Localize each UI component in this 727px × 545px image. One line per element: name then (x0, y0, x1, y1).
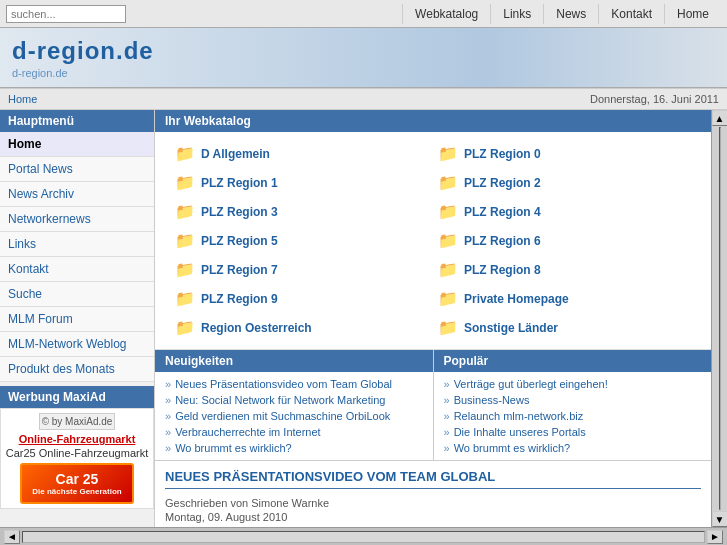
sidebar-item-news-archiv[interactable]: News Archiv (0, 182, 154, 207)
folder-label: Region Oesterreich (201, 321, 312, 335)
folder-label: D Allgemein (201, 147, 270, 161)
popular-item-2[interactable]: Business-News (434, 392, 712, 408)
scroll-down-button[interactable]: ▼ (712, 511, 728, 527)
neuigkeiten-title: Neuigkeiten (155, 350, 433, 372)
folder-icon: 📁 (175, 231, 195, 250)
nav-kontakt[interactable]: Kontakt (598, 4, 664, 24)
webkatalog-grid: 📁 D Allgemein 📁 PLZ Region 0 📁 PLZ Regio… (155, 132, 711, 350)
folder-plz4[interactable]: 📁 PLZ Region 4 (438, 200, 691, 223)
folder-label: PLZ Region 0 (464, 147, 541, 161)
folder-icon: 📁 (438, 202, 458, 221)
folder-label: Sonstige Länder (464, 321, 558, 335)
sidebar-item-networkernews[interactable]: Networkernews (0, 207, 154, 232)
folder-icon: 📁 (438, 318, 458, 337)
search-input[interactable] (6, 5, 126, 23)
horizontal-scrollbar[interactable] (22, 531, 705, 543)
breadcrumb-home[interactable]: Home (8, 93, 37, 105)
news-item-2[interactable]: Neu: Social Network für Network Marketin… (155, 392, 433, 408)
top-nav-bar: Webkatalog Links News Kontakt Home (0, 0, 727, 28)
logo-area: d-region.de d-region.de (0, 28, 727, 88)
right-scrollbar: ▲ ▼ (711, 110, 727, 527)
ad-link[interactable]: Online-Fahrzeugmarkt (5, 433, 149, 445)
main-content: Ihr Webkatalog 📁 D Allgemein 📁 PLZ Regio… (155, 110, 711, 527)
sidebar-title: Hauptmenü (0, 110, 154, 132)
logo-sub: d-region.de (12, 67, 715, 79)
sidebar-ad: © by MaxiAd.de Online-Fahrzeugmarkt Car2… (0, 408, 154, 509)
article-section: NEUES PRÄSENTATIONSVIDEO VOM TEAM GLOBAL… (155, 461, 711, 527)
nav-links[interactable]: Links (490, 4, 543, 24)
news-item-3[interactable]: Geld verdienen mit Suchmaschine OrbiLook (155, 408, 433, 424)
sidebar-item-kontakt[interactable]: Kontakt (0, 257, 154, 282)
neuigkeiten-items: Neues Präsentationsvideo vom Team Global… (155, 372, 433, 460)
sidebar-item-home[interactable]: Home (0, 132, 154, 157)
sidebar-item-portal-news[interactable]: Portal News (0, 157, 154, 182)
ad-car-logo[interactable]: Car 25 Die nächste Generation (20, 463, 133, 504)
ad-copyright[interactable]: © by MaxiAd.de (39, 413, 116, 430)
neuigkeiten-col: Neuigkeiten Neues Präsentationsvideo vom… (155, 350, 434, 460)
folder-plz6[interactable]: 📁 PLZ Region 6 (438, 229, 691, 252)
news-row: Neuigkeiten Neues Präsentationsvideo vom… (155, 350, 711, 461)
folder-plz7[interactable]: 📁 PLZ Region 7 (175, 258, 428, 281)
folder-plz5[interactable]: 📁 PLZ Region 5 (175, 229, 428, 252)
scroll-up-button[interactable]: ▲ (712, 110, 728, 126)
news-item-5[interactable]: Wo brummt es wirklich? (155, 440, 433, 456)
folder-label: PLZ Region 7 (201, 263, 278, 277)
sidebar-item-links[interactable]: Links (0, 232, 154, 257)
folder-icon: 📁 (175, 144, 195, 163)
popular-item-4[interactable]: Die Inhalte unseres Portals (434, 424, 712, 440)
logo-text: d-region.de (12, 37, 715, 65)
folder-label: PLZ Region 4 (464, 205, 541, 219)
top-nav-links: Webkatalog Links News Kontakt Home (402, 4, 721, 24)
date-display: Donnerstag, 16. Juni 2011 (590, 93, 719, 105)
folder-label: PLZ Region 8 (464, 263, 541, 277)
ad-car-label: Car 25 (56, 471, 99, 487)
news-item-1[interactable]: Neues Präsentationsvideo vom Team Global (155, 376, 433, 392)
nav-home[interactable]: Home (664, 4, 721, 24)
folder-label: PLZ Region 2 (464, 176, 541, 190)
folder-d-allgemein[interactable]: 📁 D Allgemein (175, 142, 428, 165)
folder-plz0[interactable]: 📁 PLZ Region 0 (438, 142, 691, 165)
folder-label: PLZ Region 6 (464, 234, 541, 248)
folder-plz3[interactable]: 📁 PLZ Region 3 (175, 200, 428, 223)
article-author: Geschrieben von Simone Warnke (165, 497, 701, 509)
sidebar-item-produkt[interactable]: Produkt des Monats (0, 357, 154, 382)
popular-item-1[interactable]: Verträge gut überlegt eingehen! (434, 376, 712, 392)
sidebar-item-mlm-weblog[interactable]: MLM-Network Weblog (0, 332, 154, 357)
folder-icon: 📁 (438, 173, 458, 192)
article-title[interactable]: NEUES PRÄSENTATIONSVIDEO VOM TEAM GLOBAL (165, 469, 701, 489)
folder-sonstige[interactable]: 📁 Sonstige Länder (438, 316, 691, 339)
sidebar-item-suche[interactable]: Suche (0, 282, 154, 307)
scroll-right-button[interactable]: ► (707, 530, 723, 544)
webkatalog-title: Ihr Webkatalog (155, 110, 711, 132)
popular-title: Populär (434, 350, 712, 372)
folder-label: PLZ Region 3 (201, 205, 278, 219)
popular-item-3[interactable]: Relaunch mlm-network.biz (434, 408, 712, 424)
folder-icon: 📁 (438, 260, 458, 279)
folder-icon: 📁 (175, 173, 195, 192)
scroll-left-button[interactable]: ◄ (4, 530, 20, 544)
folder-plz2[interactable]: 📁 PLZ Region 2 (438, 171, 691, 194)
sidebar-ad-title: Werbung MaxiAd (0, 386, 154, 408)
popular-items: Verträge gut überlegt eingehen! Business… (434, 372, 712, 460)
nav-webkatalog[interactable]: Webkatalog (402, 4, 490, 24)
folder-plz1[interactable]: 📁 PLZ Region 1 (175, 171, 428, 194)
folder-icon: 📁 (175, 289, 195, 308)
folder-icon: 📁 (175, 202, 195, 221)
folder-label: PLZ Region 1 (201, 176, 278, 190)
folder-label: Private Homepage (464, 292, 569, 306)
sidebar: Hauptmenü Home Portal News News Archiv N… (0, 110, 155, 527)
folder-label: PLZ Region 9 (201, 292, 278, 306)
folder-plz8[interactable]: 📁 PLZ Region 8 (438, 258, 691, 281)
folder-private-homepage[interactable]: 📁 Private Homepage (438, 287, 691, 310)
news-item-4[interactable]: Verbraucherrechte im Internet (155, 424, 433, 440)
breadcrumb-bar: Home Donnerstag, 16. Juni 2011 (0, 88, 727, 110)
folder-icon: 📁 (175, 318, 195, 337)
folder-plz9[interactable]: 📁 PLZ Region 9 (175, 287, 428, 310)
folder-icon: 📁 (438, 144, 458, 163)
nav-news[interactable]: News (543, 4, 598, 24)
sidebar-item-mlm-forum[interactable]: MLM Forum (0, 307, 154, 332)
popular-item-5[interactable]: Wo brummt es wirklich? (434, 440, 712, 456)
folder-oesterreich[interactable]: 📁 Region Oesterreich (175, 316, 428, 339)
scroll-track[interactable] (719, 127, 721, 510)
folder-icon: 📁 (175, 260, 195, 279)
